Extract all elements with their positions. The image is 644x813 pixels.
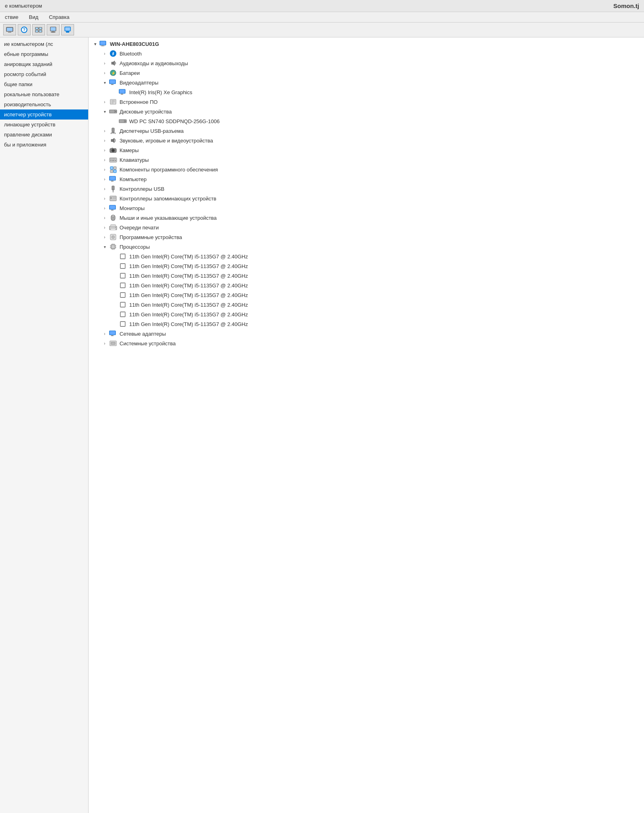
system-label: Системные устройства — [120, 340, 175, 347]
tree-item-cpu-1[interactable]: 11th Gen Intel(R) Core(TM) i5-1135G7 @ 2… — [89, 261, 644, 271]
printer-expand-icon: › — [101, 224, 108, 231]
svg-rect-58 — [109, 176, 116, 180]
sidebar-item-3[interactable]: росмотр событий — [0, 69, 88, 79]
menu-help[interactable]: Справка — [47, 13, 71, 21]
computer-root-icon — [99, 40, 108, 47]
sound-expand-icon: › — [101, 137, 108, 144]
svg-rect-23 — [111, 84, 114, 85]
svg-rect-25 — [121, 94, 123, 95]
sidebar-item-5[interactable]: рокальные пользовате — [0, 89, 88, 99]
tree-item-cpu-3[interactable]: 11th Gen Intel(R) Core(TM) i5-1135G7 @ 2… — [89, 281, 644, 290]
svg-rect-14 — [100, 41, 106, 45]
menu-action[interactable]: ствие — [3, 13, 20, 21]
display-icon — [109, 79, 118, 86]
cpu3-expand-icon — [111, 282, 118, 289]
tree-item-cpu-7[interactable]: 11th Gen Intel(R) Core(TM) i5-1135G7 @ 2… — [89, 319, 644, 329]
wd-label: WD PC SN740 SDDPNQD-256G-1006 — [129, 118, 220, 124]
camera-icon — [109, 147, 118, 154]
wd-icon — [118, 118, 127, 125]
computer-icon — [109, 175, 118, 183]
system-icon — [109, 340, 118, 347]
processor-label: Процессоры — [120, 244, 150, 250]
cpu3-icon — [118, 282, 127, 289]
keyboard-expand-icon: › — [101, 157, 108, 163]
svg-rect-68 — [109, 205, 116, 209]
monitor-label: Мониторы — [120, 205, 144, 211]
toolbar: ? — [0, 23, 644, 37]
tree-item-network[interactable]: › Сетевые адаптеры — [89, 329, 644, 338]
toolbar-btn-4[interactable] — [47, 24, 60, 35]
software-icon — [109, 166, 118, 173]
tree-item-cpu-5[interactable]: 11th Gen Intel(R) Core(TM) i5-1135G7 @ 2… — [89, 300, 644, 310]
firmware-expand-icon: › — [101, 99, 108, 105]
sidebar-item-9[interactable]: правление дисками — [0, 130, 88, 140]
sidebar-item-2[interactable]: анировщик заданий — [0, 59, 88, 69]
sound-icon — [109, 137, 118, 144]
cpu1-expand-icon — [111, 263, 118, 269]
tree-item-computer[interactable]: › Компьютер — [89, 174, 644, 184]
tree-item-iris[interactable]: Intel(R) Iris(R) Xe Graphics — [89, 87, 644, 97]
network-label: Сетевые адаптеры — [120, 331, 166, 337]
svg-text:♯: ♯ — [112, 51, 114, 57]
cpu4-expand-icon — [111, 292, 118, 298]
tree-item-software[interactable]: › Компоненты программного обеспечения — [89, 165, 644, 174]
bluetooth-icon: ♯ — [109, 50, 118, 57]
svg-rect-56 — [110, 170, 113, 173]
cpu0-expand-icon — [111, 253, 118, 260]
toolbar-btn-2[interactable]: ? — [18, 24, 31, 35]
window-title: е компьютером — [5, 3, 42, 9]
sidebar-item-10[interactable]: бы и приложения — [0, 140, 88, 150]
svg-rect-0 — [6, 27, 13, 31]
tree-item-system[interactable]: › Системные устройства — [89, 338, 644, 348]
svg-rect-47 — [110, 159, 111, 159]
system-expand-icon: › — [101, 340, 108, 347]
svg-rect-48 — [112, 159, 113, 159]
tree-root[interactable]: ▾ WIN-AHE803CU01G — [89, 39, 644, 49]
tree-root-label: WIN-AHE803CU01G — [110, 41, 159, 47]
tree-item-monitor[interactable]: › Мониторы — [89, 203, 644, 213]
tree-item-sound[interactable]: › Звуковые, игровые и видеоустройства — [89, 136, 644, 145]
tree-item-bluetooth[interactable]: › ♯ Bluetooth — [89, 49, 644, 58]
menu-view[interactable]: Вид — [27, 13, 40, 21]
sidebar-item-6[interactable]: роизводительность — [0, 99, 88, 109]
sidebar-item-0[interactable]: ие компьютером (лс — [0, 39, 88, 49]
tree-item-usb-ctrl[interactable]: › Контроллеры USB — [89, 184, 644, 194]
tree-item-disk[interactable]: ▾ Дисковые устройства — [89, 107, 644, 116]
tree-item-mouse[interactable]: › Мыши и иные указывающие устройства — [89, 213, 644, 223]
tree-item-firmware[interactable]: › Встроенное ПО — [89, 97, 644, 107]
toolbar-btn-1[interactable] — [3, 24, 16, 35]
tree-item-progdev[interactable]: › ⚙ Программные устройства — [89, 232, 644, 242]
cpu7-label: 11th Gen Intel(R) Core(TM) i5-1135G7 @ 2… — [129, 321, 248, 327]
tree-item-audio[interactable]: › Аудиовходы и аудиовыходы — [89, 58, 644, 68]
svg-rect-50 — [115, 159, 116, 159]
tree-item-wd[interactable]: WD PC SN740 SDDPNQD-256G-1006 — [89, 116, 644, 126]
tree-item-display[interactable]: ▾ Видеоадаптеры — [89, 78, 644, 87]
svg-rect-36 — [112, 128, 114, 132]
firmware-label: Встроенное ПО — [120, 99, 158, 105]
title-bar: е компьютером Somon.tj — [0, 0, 644, 12]
sidebar-item-8[interactable]: линающие устройств — [0, 120, 88, 130]
network-icon — [109, 330, 118, 337]
tree-item-cpu-2[interactable]: 11th Gen Intel(R) Core(TM) i5-1135G7 @ 2… — [89, 271, 644, 281]
tree-item-cpu-4[interactable]: 11th Gen Intel(R) Core(TM) i5-1135G7 @ 2… — [89, 290, 644, 300]
iris-expand-icon — [111, 89, 118, 95]
tree-item-keyboard[interactable]: › Клавиатуры — [89, 155, 644, 165]
svg-rect-93 — [120, 302, 125, 307]
tree-item-printer[interactable]: › Очереди печати — [89, 223, 644, 232]
tree-item-storage[interactable]: › Контроллеры запоминающих устройств — [89, 194, 644, 203]
toolbar-btn-5[interactable] — [61, 24, 74, 35]
software-label: Компоненты программного обеспечения — [120, 167, 218, 173]
iris-icon — [118, 89, 127, 96]
sidebar-item-1[interactable]: ебные программы — [0, 49, 88, 59]
toolbar-btn-3[interactable] — [32, 24, 45, 35]
tree-item-camera[interactable]: › Камеры — [89, 145, 644, 155]
cpu4-icon — [118, 291, 127, 299]
sidebar-item-4[interactable]: бщие папки — [0, 79, 88, 89]
tree-item-processor[interactable]: ▾ Процессоры — [89, 242, 644, 252]
tree-item-cpu-6[interactable]: 11th Gen Intel(R) Core(TM) i5-1135G7 @ 2… — [89, 310, 644, 319]
battery-label: Батареи — [120, 70, 140, 76]
sidebar-item-7[interactable]: испетчер устройств — [0, 109, 88, 120]
tree-item-cpu-0[interactable]: 11th Gen Intel(R) Core(TM) i5-1135G7 @ 2… — [89, 252, 644, 261]
tree-item-battery[interactable]: › ⚡ Батареи — [89, 68, 644, 78]
tree-item-usb-hub[interactable]: › Диспетчеры USB-разъема — [89, 126, 644, 136]
